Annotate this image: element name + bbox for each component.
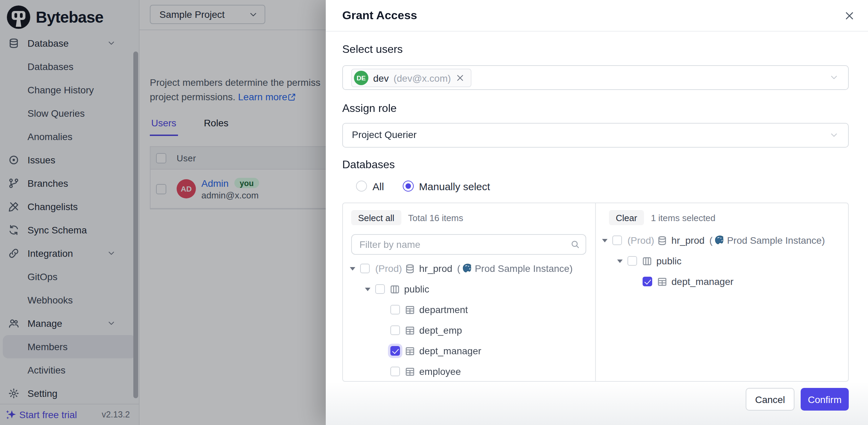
caret-down-icon[interactable] bbox=[365, 287, 370, 291]
chip-email: (dev@x.com) bbox=[393, 72, 451, 83]
checkbox[interactable] bbox=[612, 236, 622, 245]
checkbox-checked[interactable] bbox=[643, 277, 652, 286]
checkbox[interactable] bbox=[390, 367, 400, 376]
modal-title: Grant Access bbox=[342, 9, 417, 23]
checkbox[interactable] bbox=[360, 264, 370, 273]
database-name: hr_prod bbox=[671, 235, 705, 246]
table-name: dept_manager bbox=[671, 276, 734, 287]
radio-manual-label[interactable]: Manually select bbox=[419, 180, 490, 192]
caret-down-icon[interactable] bbox=[602, 239, 608, 242]
grant-access-modal: Grant Access Select users DE dev (dev@x.… bbox=[326, 0, 868, 425]
close-icon[interactable] bbox=[844, 10, 855, 21]
schema-name: public bbox=[656, 255, 681, 266]
checkbox-checked[interactable] bbox=[390, 346, 400, 356]
table-name: employee bbox=[419, 366, 461, 377]
tree-row-hr-prod[interactable]: (Prod) hr_prod ( Prod Sample Instance) bbox=[597, 230, 848, 251]
table-name: department bbox=[419, 304, 468, 315]
tree-row-public[interactable]: public bbox=[343, 279, 595, 299]
search-icon bbox=[570, 240, 580, 249]
table-name: dept_manager bbox=[419, 345, 481, 356]
transfer-source-pane: Select all Total 16 items (Prod) hr_prod… bbox=[343, 203, 596, 381]
select-all-button[interactable]: Select all bbox=[351, 210, 401, 225]
databases-label: Databases bbox=[342, 159, 395, 171]
user-chip: DE dev (dev@x.com) bbox=[351, 69, 471, 87]
select-users-label: Select users bbox=[342, 43, 403, 56]
paren: ( bbox=[457, 263, 460, 274]
checkbox[interactable] bbox=[390, 305, 400, 314]
schema-icon bbox=[390, 284, 400, 294]
chevron-down-icon bbox=[830, 73, 838, 82]
tree-row-dept-emp[interactable]: dept_emp bbox=[343, 320, 595, 341]
database-name: hr_prod bbox=[419, 263, 453, 274]
tree-row-dept-manager[interactable]: dept_manager bbox=[343, 341, 595, 361]
radio-all-label[interactable]: All bbox=[372, 180, 384, 192]
radio-manually-select[interactable] bbox=[402, 181, 413, 192]
checkbox[interactable] bbox=[390, 325, 400, 335]
radio-all[interactable] bbox=[356, 181, 367, 192]
tree-row-public[interactable]: public bbox=[597, 251, 848, 271]
table-icon bbox=[405, 346, 415, 356]
paren: ( bbox=[709, 235, 712, 246]
table-icon bbox=[657, 276, 667, 287]
selected-tree: (Prod) hr_prod ( Prod Sample Instance) p… bbox=[597, 230, 848, 292]
env-label: (Prod) bbox=[375, 263, 402, 274]
filter-input[interactable] bbox=[351, 234, 586, 255]
avatar: DE bbox=[354, 71, 368, 85]
total-items-label: Total 16 items bbox=[408, 213, 463, 223]
table-name: dept_emp bbox=[419, 325, 462, 336]
modal-footer: Cancel Confirm bbox=[326, 382, 868, 425]
select-users-field[interactable]: DE dev (dev@x.com) bbox=[342, 65, 849, 90]
database-icon bbox=[405, 263, 415, 274]
caret-down-icon[interactable] bbox=[350, 267, 355, 270]
assign-role-label: Assign role bbox=[342, 102, 397, 115]
remove-chip-icon[interactable] bbox=[456, 73, 465, 82]
transfer-selected-pane: Clear 1 items selected (Prod) hr_prod ( … bbox=[597, 203, 848, 381]
postgres-icon bbox=[714, 235, 725, 246]
tree-row-department[interactable]: department bbox=[343, 299, 595, 320]
bytebase-app: Bytebase Database Databases Change Histo… bbox=[0, 0, 868, 425]
table-icon bbox=[405, 305, 415, 315]
role-value: Project Querier bbox=[352, 129, 416, 140]
table-icon bbox=[405, 325, 415, 335]
database-icon bbox=[657, 235, 667, 245]
filter-field bbox=[351, 234, 586, 255]
role-select[interactable]: Project Querier bbox=[342, 123, 849, 148]
confirm-button[interactable]: Confirm bbox=[801, 388, 849, 411]
tree-row-hr-prod[interactable]: (Prod) hr_prod ( Prod Sample Instance) bbox=[343, 258, 595, 279]
chip-name: dev bbox=[373, 72, 389, 83]
schema-name: public bbox=[404, 284, 429, 295]
database-scope-radios: All Manually select bbox=[342, 179, 490, 193]
selected-count-label: 1 items selected bbox=[651, 213, 715, 223]
schema-icon bbox=[642, 256, 652, 266]
tree-row-dept-manager[interactable]: dept_manager bbox=[597, 271, 848, 292]
postgres-icon bbox=[462, 263, 473, 274]
source-tree: (Prod) hr_prod ( Prod Sample Instance) p… bbox=[343, 258, 595, 381]
database-transfer: Select all Total 16 items (Prod) hr_prod… bbox=[342, 203, 849, 382]
env-label: (Prod) bbox=[627, 235, 654, 246]
clear-button[interactable]: Clear bbox=[609, 210, 644, 225]
instance-name: Prod Sample Instance) bbox=[475, 263, 573, 274]
checkbox[interactable] bbox=[375, 284, 385, 294]
checkbox[interactable] bbox=[627, 256, 637, 266]
modal-header: Grant Access bbox=[326, 0, 868, 32]
caret-down-icon[interactable] bbox=[617, 259, 623, 263]
cancel-button[interactable]: Cancel bbox=[746, 388, 794, 411]
table-icon bbox=[405, 366, 415, 377]
chevron-down-icon bbox=[830, 131, 838, 140]
tree-row-employee[interactable]: employee bbox=[343, 361, 595, 381]
instance-name: Prod Sample Instance) bbox=[727, 235, 825, 246]
